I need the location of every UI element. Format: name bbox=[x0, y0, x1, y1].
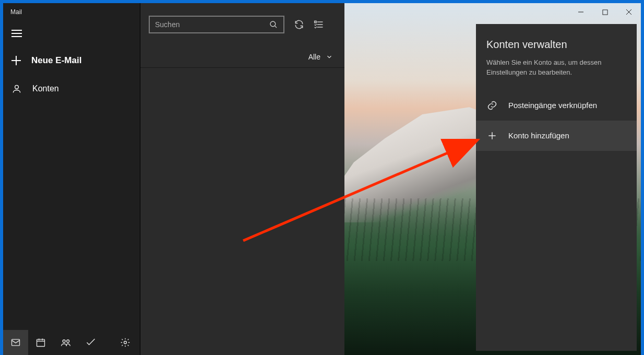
minimize-button[interactable] bbox=[569, 3, 593, 21]
sync-icon[interactable] bbox=[294, 19, 304, 30]
panel-subtitle: Wählen Sie ein Konto aus, um dessen Eins… bbox=[476, 58, 637, 90]
add-account-button[interactable]: Konto hinzufügen bbox=[476, 121, 637, 151]
accounts-label: Konten bbox=[32, 84, 59, 93]
message-list-pane: Alle bbox=[140, 3, 344, 355]
link-inboxes-button[interactable]: Posteingänge verknüpfen bbox=[476, 90, 637, 121]
svg-rect-7 bbox=[315, 21, 316, 22]
mail-icon bbox=[10, 337, 21, 348]
svg-rect-1 bbox=[12, 339, 20, 346]
add-account-label: Konto hinzufügen bbox=[508, 131, 569, 140]
new-mail-button[interactable]: Neue E-Mail bbox=[3, 46, 140, 75]
nav-settings[interactable] bbox=[113, 330, 138, 355]
svg-point-0 bbox=[15, 85, 19, 89]
todo-icon bbox=[86, 337, 96, 348]
settings-icon bbox=[120, 337, 130, 348]
svg-point-3 bbox=[63, 340, 65, 342]
plus-icon bbox=[11, 56, 21, 65]
accounts-button[interactable]: Konten bbox=[3, 75, 140, 102]
maximize-icon bbox=[602, 9, 608, 15]
plus-icon bbox=[486, 130, 498, 141]
svg-rect-2 bbox=[37, 339, 45, 346]
filter-label: Alle bbox=[308, 53, 320, 61]
nav-toggle[interactable] bbox=[3, 21, 140, 46]
manage-accounts-panel: Konten verwalten Wählen Sie ein Konto au… bbox=[476, 24, 637, 351]
sidebar-spacer bbox=[3, 102, 140, 330]
svg-rect-8 bbox=[602, 9, 607, 14]
sidebar: Mail Neue E-Mail Konten bbox=[3, 3, 140, 355]
window-title: Mail bbox=[3, 3, 140, 21]
hamburger-icon bbox=[11, 30, 22, 37]
person-icon bbox=[11, 84, 22, 94]
search-icon bbox=[269, 20, 278, 29]
search-input[interactable] bbox=[155, 20, 265, 29]
selection-mode-icon[interactable] bbox=[314, 19, 324, 30]
svg-point-4 bbox=[67, 340, 69, 342]
calendar-icon bbox=[35, 337, 46, 348]
panel-title: Konten verwalten bbox=[476, 24, 637, 58]
link-inboxes-label: Posteingänge verknüpfen bbox=[508, 101, 597, 110]
close-icon bbox=[626, 9, 632, 15]
new-mail-label: Neue E-Mail bbox=[31, 55, 81, 66]
search-toolbar bbox=[140, 3, 344, 46]
nav-mail[interactable] bbox=[3, 330, 28, 355]
svg-point-6 bbox=[270, 21, 276, 27]
close-button[interactable] bbox=[617, 3, 641, 21]
people-icon bbox=[61, 337, 71, 348]
search-box[interactable] bbox=[149, 16, 284, 33]
maximize-button[interactable] bbox=[593, 3, 617, 21]
chevron-down-icon bbox=[326, 53, 333, 61]
link-icon bbox=[486, 100, 498, 111]
minimize-icon bbox=[578, 9, 584, 15]
app-title-text: Mail bbox=[10, 8, 22, 16]
nav-people[interactable] bbox=[53, 330, 78, 355]
nav-todo[interactable] bbox=[78, 330, 103, 355]
filter-dropdown[interactable]: Alle bbox=[140, 46, 344, 68]
nav-calendar[interactable] bbox=[28, 330, 53, 355]
svg-point-5 bbox=[124, 341, 127, 344]
window-controls bbox=[569, 3, 641, 21]
bottom-icon-bar bbox=[3, 330, 140, 355]
